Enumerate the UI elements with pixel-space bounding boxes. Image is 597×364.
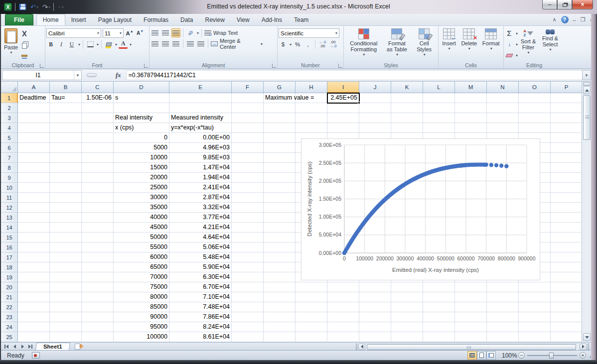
- cell-N20[interactable]: [487, 282, 519, 292]
- cell-C11[interactable]: [82, 193, 114, 203]
- cell-E24[interactable]: 8.24E+04: [169, 322, 232, 332]
- cell-G9[interactable]: [264, 173, 296, 183]
- cell-E20[interactable]: 6.70E+04: [169, 282, 232, 292]
- autosum-button[interactable]: Σ: [505, 29, 514, 38]
- column-header-G[interactable]: G: [264, 82, 296, 93]
- cell-I3[interactable]: [327, 113, 359, 123]
- font-name-combo[interactable]: Calibri▾: [46, 28, 101, 38]
- previous-sheet-button[interactable]: [11, 343, 18, 350]
- alignment-dialog-launcher[interactable]: [272, 64, 276, 68]
- cell-P12[interactable]: [551, 203, 583, 213]
- chevron-down-icon[interactable]: ▼: [74, 71, 81, 80]
- cell-P1[interactable]: [551, 93, 583, 103]
- cell-P8[interactable]: [551, 163, 583, 173]
- title-bar[interactable]: X ↶▾ ↷▾ ≡ ▾ Emitted vs detected X-ray in…: [0, 0, 597, 14]
- cell-O23[interactable]: [519, 312, 551, 322]
- cell-P20[interactable]: [551, 282, 583, 292]
- cell-K1[interactable]: [391, 93, 423, 103]
- column-header-K[interactable]: K: [391, 82, 423, 93]
- cell-G6[interactable]: [264, 143, 296, 153]
- scroll-down-button[interactable]: [583, 333, 591, 341]
- paste-button[interactable]: Paste ▾: [2, 27, 20, 61]
- fill-button[interactable]: ↓: [505, 40, 514, 49]
- cell-F19[interactable]: [232, 272, 264, 282]
- chart[interactable]: 0100000200000300000400000500000600000700…: [301, 138, 540, 280]
- row-header-3[interactable]: 3: [1, 113, 18, 123]
- cell-M21[interactable]: [455, 292, 487, 302]
- cell-A17[interactable]: [18, 252, 50, 262]
- column-header-E[interactable]: E: [169, 82, 232, 93]
- tab-formulas[interactable]: Formulas: [138, 14, 174, 25]
- cell-B3[interactable]: [50, 113, 82, 123]
- cell-J20[interactable]: [359, 282, 391, 292]
- scroll-up-button[interactable]: [583, 86, 591, 94]
- cell-P6[interactable]: [551, 143, 583, 153]
- row-header-22[interactable]: 22: [1, 302, 18, 312]
- last-sheet-button[interactable]: [27, 343, 34, 350]
- tab-page-layout[interactable]: Page Layout: [92, 14, 138, 25]
- cell-C2[interactable]: [82, 103, 114, 113]
- conditional-formatting-button[interactable]: Conditional Formatting ▾: [346, 27, 382, 61]
- cell-M23[interactable]: [455, 312, 487, 322]
- cell-F17[interactable]: [232, 252, 264, 262]
- row-header-1[interactable]: 1: [1, 93, 18, 103]
- cell-F7[interactable]: [232, 153, 264, 163]
- cell-G21[interactable]: [264, 292, 296, 302]
- zoom-in-button[interactable]: +: [580, 352, 586, 359]
- cell-E12[interactable]: 3.32E+04: [169, 203, 232, 213]
- cell-F8[interactable]: [232, 163, 264, 173]
- cell-C17[interactable]: [82, 252, 114, 262]
- cell-G19[interactable]: [264, 272, 296, 282]
- insert-cells-button[interactable]: ← Insert ▾: [440, 27, 458, 61]
- close-button[interactable]: ×: [572, 0, 593, 9]
- cell-J21[interactable]: [359, 292, 391, 302]
- cell-G4[interactable]: [264, 123, 296, 133]
- cell-B17[interactable]: [50, 252, 82, 262]
- cell-O24[interactable]: [519, 322, 551, 332]
- cell-D4[interactable]: x (cps): [114, 123, 169, 133]
- cell-F6[interactable]: [232, 143, 264, 153]
- cell-B1[interactable]: Tau=: [50, 93, 82, 103]
- cell-B11[interactable]: [50, 193, 82, 203]
- column-header-F[interactable]: F: [232, 82, 264, 93]
- cell-C14[interactable]: [82, 223, 114, 233]
- cell-B25[interactable]: [50, 332, 82, 342]
- cell-P25[interactable]: [551, 332, 583, 342]
- column-header-P[interactable]: P: [551, 82, 583, 93]
- cell-D6[interactable]: 5000: [114, 143, 169, 153]
- cell-P16[interactable]: [551, 243, 583, 252]
- cell-O4[interactable]: [519, 123, 551, 133]
- wrap-text-button[interactable]: Wrap Text: [204, 28, 242, 37]
- cell-G10[interactable]: [264, 183, 296, 193]
- horizontal-scroll-track[interactable]: [366, 344, 579, 350]
- cell-C23[interactable]: [82, 312, 114, 322]
- cell-M4[interactable]: [455, 123, 487, 133]
- cell-C3[interactable]: [82, 113, 114, 123]
- minimize-button[interactable]: –: [542, 0, 557, 9]
- cell-O22[interactable]: [519, 302, 551, 312]
- row-header-25[interactable]: 25: [1, 332, 18, 342]
- cell-O3[interactable]: [519, 113, 551, 123]
- cell-P22[interactable]: [551, 302, 583, 312]
- decrease-decimal-button[interactable]: .00→.0: [328, 40, 337, 49]
- row-header-10[interactable]: 10: [1, 183, 18, 193]
- cell-L2[interactable]: [423, 103, 455, 113]
- column-header-M[interactable]: M: [455, 82, 487, 93]
- cell-D19[interactable]: 70000: [114, 272, 169, 282]
- row-header-9[interactable]: 9: [1, 173, 18, 183]
- vertical-split-handle[interactable]: [583, 82, 591, 86]
- cell-H22[interactable]: [296, 302, 327, 312]
- cell-A4[interactable]: [18, 123, 50, 133]
- cell-H2[interactable]: [296, 103, 327, 113]
- cell-K23[interactable]: [391, 312, 423, 322]
- cell-B2[interactable]: [50, 103, 82, 113]
- cell-L3[interactable]: [423, 113, 455, 123]
- merge-center-button[interactable]: ↔ Merge & Center ▾: [211, 39, 263, 48]
- cell-D24[interactable]: 95000: [114, 322, 169, 332]
- tab-view[interactable]: View: [231, 14, 256, 25]
- increase-decimal-button[interactable]: ←.0.00: [318, 40, 327, 49]
- row-header-11[interactable]: 11: [1, 193, 18, 203]
- vertical-scroll-thumb[interactable]: [583, 95, 591, 140]
- cell-K3[interactable]: [391, 113, 423, 123]
- sheet-tab-sheet1[interactable]: Sheet1: [35, 343, 70, 350]
